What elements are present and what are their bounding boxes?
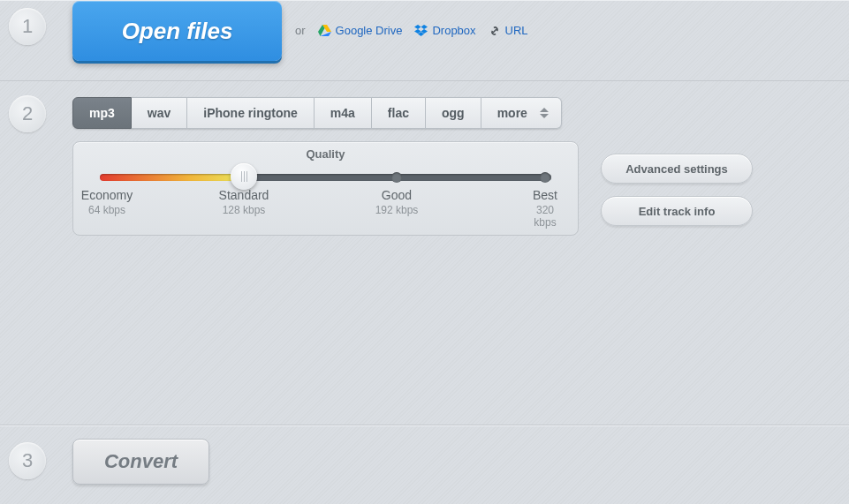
alt-source-row: or Google Drive Dropbox URL <box>295 24 528 37</box>
slider-stop-good <box>391 172 402 183</box>
dropbox-icon <box>414 25 428 36</box>
edit-track-info-button[interactable]: Edit track info <box>601 196 753 226</box>
svg-marker-4 <box>421 25 428 29</box>
step-badge-3: 3 <box>9 442 46 479</box>
convert-button[interactable]: Convert <box>72 439 209 485</box>
step-badge-2: 2 <box>9 95 46 132</box>
quality-slider-track[interactable] <box>100 174 551 181</box>
advanced-settings-button[interactable]: Advanced settings <box>601 154 753 184</box>
quality-panel: Quality Economy 64 kbps Standard 128 kbp… <box>72 141 579 236</box>
quality-title: Quality <box>73 147 578 161</box>
tab-mp3[interactable]: mp3 <box>72 97 132 129</box>
section-format-quality: 2 mp3 wav iPhone ringtone m4a flac ogg m… <box>0 81 849 425</box>
tab-m4a[interactable]: m4a <box>315 97 372 129</box>
tab-wav[interactable]: wav <box>132 97 187 129</box>
or-label: or <box>295 24 306 37</box>
open-files-button[interactable]: Open files <box>72 1 282 61</box>
quality-label-best: Best 320 kbps <box>529 188 562 229</box>
tab-more-label: more <box>497 106 527 120</box>
google-drive-label: Google Drive <box>336 24 403 37</box>
side-buttons: Advanced settings Edit track info <box>601 154 753 226</box>
section-open-files: 1 Open files or Google Drive Dropbox URL <box>0 0 849 81</box>
quality-label-standard: Standard 128 kbps <box>219 188 269 216</box>
url-label: URL <box>505 24 528 37</box>
link-icon <box>489 25 501 37</box>
tab-flac[interactable]: flac <box>372 97 426 129</box>
tab-more[interactable]: more <box>481 97 562 129</box>
dropbox-label: Dropbox <box>432 24 475 37</box>
slider-stop-best <box>540 172 550 183</box>
quality-label-good: Good 192 kbps <box>375 188 419 216</box>
format-tabs: mp3 wav iPhone ringtone m4a flac ogg mor… <box>72 97 562 129</box>
svg-marker-3 <box>414 25 421 29</box>
url-link[interactable]: URL <box>489 24 528 37</box>
step-badge-1: 1 <box>9 8 46 45</box>
updown-icon <box>538 108 550 118</box>
google-drive-link[interactable]: Google Drive <box>318 24 403 37</box>
section-convert: 3 Convert <box>0 425 849 503</box>
quality-label-economy: Economy 64 kbps <box>81 188 133 216</box>
google-drive-icon <box>318 25 331 36</box>
quality-slider-handle[interactable] <box>231 163 257 190</box>
dropbox-link[interactable]: Dropbox <box>414 24 475 37</box>
tab-ogg[interactable]: ogg <box>426 97 481 129</box>
tab-iphone-ringtone[interactable]: iPhone ringtone <box>187 97 315 129</box>
